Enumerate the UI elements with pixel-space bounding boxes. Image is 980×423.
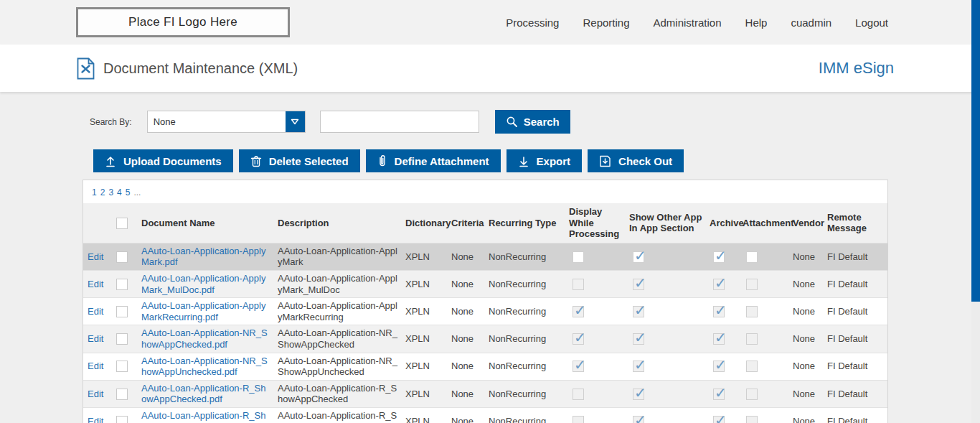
documents-panel: 12345... Document Name Description Dicti… [83, 180, 888, 423]
scrollbar-track[interactable] [971, 0, 980, 423]
recurring-type-cell: NonRecurring [485, 325, 565, 353]
table-body: Edit AAuto-Loan-Application-ApplyMark.pd… [83, 243, 887, 423]
document-name-link[interactable]: AAuto-Loan-Application-ApplyMark_MulDoc.… [141, 273, 265, 295]
nav-administration[interactable]: Administration [654, 17, 722, 29]
description-cell: AAuto-Loan-Application-ApplyMark_MulDoc [274, 270, 402, 297]
upload-documents-button[interactable]: Upload Documents [93, 149, 233, 172]
remote-message-cell: FI Default [824, 298, 887, 325]
edit-link[interactable]: Edit [88, 333, 103, 344]
criteria-cell: None [448, 380, 485, 407]
attachment-checkbox [746, 416, 758, 423]
table-row: Edit AAuto-Loan-Application-R_ShowAppUnc… [83, 407, 887, 423]
attachment-checkbox [746, 361, 758, 372]
criteria-cell: None [448, 270, 485, 297]
nav-reporting[interactable]: Reporting [583, 17, 629, 29]
col-dictionary: Dictionary [402, 203, 448, 243]
row-select-checkbox[interactable] [116, 361, 128, 372]
search-input[interactable] [320, 111, 479, 133]
upload-icon [105, 155, 116, 167]
upload-documents-label: Upload Documents [123, 155, 222, 167]
table-row: Edit AAuto-Loan-Application-NR_ShowAppCh… [83, 325, 887, 353]
pagination-ellipsis[interactable]: ... [133, 187, 141, 197]
edit-link[interactable]: Edit [88, 251, 103, 262]
document-name-link[interactable]: AAuto-Loan-Application-R_ShowAppChecked.… [141, 383, 265, 405]
document-name-link[interactable]: AAuto-Loan-Application-NR_ShowAppChecked… [141, 327, 268, 350]
archive-checkbox [713, 306, 725, 317]
recurring-type-cell: NonRecurring [485, 353, 565, 380]
document-name-link[interactable]: AAuto-Loan-Application-R_ShowAppUnchecke… [141, 410, 265, 423]
fi-logo-text: Place FI Logo Here [128, 15, 237, 29]
top-bar: Place FI Logo Here Processing Reporting … [0, 0, 980, 45]
recurring-type-cell: NonRecurring [485, 298, 565, 325]
page-link-2[interactable]: 2 [100, 187, 105, 197]
nav-help[interactable]: Help [745, 17, 768, 29]
table-header-row: Document Name Description Dictionary Cri… [83, 203, 887, 243]
display-while-processing-checkbox [573, 389, 584, 400]
edit-link[interactable]: Edit [88, 389, 103, 399]
row-select-checkbox[interactable] [116, 389, 128, 400]
col-display-while-processing: Display While Processing [565, 203, 626, 243]
check-out-button[interactable]: Check Out [588, 149, 684, 172]
dictionary-cell: XPLN [402, 353, 448, 380]
nav-logout[interactable]: Logout [855, 17, 888, 29]
document-name-link[interactable]: AAuto-Loan-Application-NR_ShowAppUncheck… [141, 355, 268, 378]
chevron-down-icon[interactable] [286, 111, 305, 132]
document-name-link[interactable]: AAuto-Loan-Application-ApplyMark.pdf [141, 246, 265, 268]
edit-link[interactable]: Edit [88, 416, 103, 423]
row-select-checkbox[interactable] [116, 333, 128, 345]
display-while-processing-checkbox [573, 333, 584, 345]
brand-imm-esign: IMM eSign [819, 59, 894, 78]
vendor-cell: None [789, 353, 824, 380]
export-label: Export [537, 155, 571, 167]
page-title: Document Maintenance (XML) [103, 60, 298, 77]
delete-selected-label: Delete Selected [269, 155, 349, 167]
edit-link[interactable]: Edit [88, 361, 103, 371]
edit-link[interactable]: Edit [88, 279, 103, 289]
scrollbar-thumb[interactable] [971, 0, 980, 302]
toolbar: Upload Documents Delete Selected Define … [93, 149, 980, 172]
row-select-checkbox[interactable] [116, 416, 128, 423]
criteria-cell: None [448, 243, 485, 270]
show-other-app-checkbox [633, 251, 644, 263]
remote-message-cell: FI Default [824, 380, 887, 407]
row-select-checkbox[interactable] [116, 306, 128, 317]
page-link-3[interactable]: 3 [108, 187, 113, 197]
define-attachment-button[interactable]: Define Attachment [366, 149, 501, 172]
select-all-checkbox[interactable] [116, 218, 128, 229]
nav-processing[interactable]: Processing [506, 17, 559, 29]
search-by-dropdown-value: None [148, 111, 286, 132]
archive-checkbox [713, 361, 725, 372]
remote-message-cell: FI Default [824, 353, 887, 380]
description-cell: AAuto-Loan-Application-NR_ShowAppChecked [274, 325, 402, 353]
nav-username[interactable]: cuadmin [791, 17, 831, 29]
edit-link[interactable]: Edit [88, 306, 103, 317]
col-description: Description [274, 203, 402, 243]
page-link-4[interactable]: 4 [117, 187, 122, 197]
vendor-cell: None [789, 298, 824, 325]
page-link-5[interactable]: 5 [126, 187, 131, 197]
col-remote-message: Remote Message [824, 203, 887, 243]
page-link-1[interactable]: 1 [92, 187, 97, 197]
search-icon [506, 116, 518, 128]
remote-message-cell: FI Default [824, 243, 887, 270]
search-row: Search By: None Search [90, 110, 980, 134]
dictionary-cell: XPLN [402, 407, 448, 423]
xml-document-icon [77, 57, 95, 80]
display-while-processing-checkbox [573, 361, 584, 372]
search-by-dropdown[interactable]: None [147, 111, 306, 133]
row-select-checkbox[interactable] [116, 251, 128, 263]
archive-checkbox [713, 333, 725, 345]
criteria-cell: None [448, 325, 485, 353]
export-button[interactable]: Export [507, 149, 583, 172]
search-button[interactable]: Search [495, 110, 570, 134]
pagination: 12345... [83, 180, 887, 203]
row-select-checkbox[interactable] [116, 279, 128, 290]
trash-icon [250, 155, 262, 167]
archive-checkbox [713, 416, 725, 423]
document-name-link[interactable]: AAuto-Loan-Application-ApplyMarkRecurrin… [141, 300, 265, 322]
dictionary-cell: XPLN [402, 325, 448, 353]
vendor-cell: None [789, 380, 824, 407]
table-row: Edit AAuto-Loan-Application-ApplyMarkRec… [83, 298, 887, 325]
delete-selected-button[interactable]: Delete Selected [239, 149, 360, 172]
table-row: Edit AAuto-Loan-Application-ApplyMark.pd… [83, 243, 887, 270]
